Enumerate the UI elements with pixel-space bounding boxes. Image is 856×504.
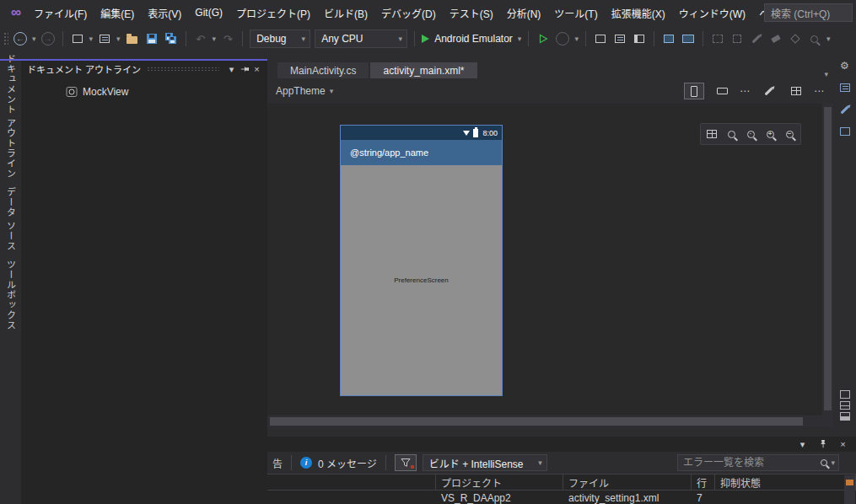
column-header-suppression[interactable]: 抑制状態 [715, 475, 856, 490]
side-tab-data-sources[interactable]: データ ソース [4, 187, 18, 251]
preview-panel-button[interactable] [836, 79, 854, 96]
zoom-fit-page-button[interactable] [703, 126, 720, 142]
menu-item-window[interactable]: ウィンドウ(W) [672, 0, 752, 25]
menu-item-analyze[interactable]: 分析(N) [500, 0, 548, 25]
design-view-icon[interactable] [840, 390, 850, 399]
open-file-button[interactable] [125, 29, 140, 49]
bottom-panel-menu-caret-icon[interactable]: ▾ [796, 438, 809, 451]
menu-item-test[interactable]: テスト(S) [443, 0, 500, 25]
panel-drag-texture[interactable] [147, 67, 219, 72]
filter-button[interactable] [395, 454, 417, 471]
undo-button[interactable]: ↶ [193, 29, 208, 49]
navigate-back-caret-icon[interactable]: ▾ [32, 35, 36, 43]
column-header-project[interactable]: プロジェクト [436, 475, 563, 490]
undo-caret-icon[interactable]: ▾ [213, 35, 217, 43]
debug-config-select[interactable]: Debug ▾ [250, 29, 310, 48]
save-button[interactable] [144, 29, 159, 49]
zoom-in-button[interactable]: + [762, 126, 778, 142]
warnings-button-clipped-label[interactable]: 告 [272, 456, 283, 470]
messages-button[interactable]: 0 メッセージ [318, 456, 377, 470]
visual-studio-logo-icon[interactable]: ∞ [5, 0, 27, 25]
panel-close-icon[interactable]: × [250, 63, 263, 76]
add-item-caret-icon[interactable]: ▾ [116, 35, 121, 43]
toolbar-drag-handle[interactable] [3, 32, 8, 46]
split-window-button[interactable] [632, 29, 647, 49]
device-overflow-icon[interactable]: ⋯ [740, 85, 751, 97]
device-portrait-button[interactable] [684, 83, 704, 99]
source-filter-select[interactable]: ビルド + IntelliSense ▾ [423, 454, 547, 471]
start-without-debugging-button[interactable] [536, 29, 551, 49]
zoom-tool-button[interactable] [807, 29, 822, 49]
device-preview-alt-button[interactable] [681, 29, 696, 49]
zoom-out-button[interactable]: − [781, 126, 798, 142]
menu-item-debug[interactable]: デバッグ(D) [374, 0, 443, 25]
design-surface[interactable]: 8:00 @string/app_name PreferenceScreen ·… [267, 104, 833, 416]
device-preview-button[interactable] [661, 29, 676, 49]
column-header-line[interactable]: 行 [692, 475, 715, 490]
panel-menu-caret-icon[interactable]: ▾ [225, 63, 238, 76]
vertical-scroll-thumb[interactable] [824, 107, 832, 410]
eraser-tool-button[interactable] [768, 29, 783, 49]
side-tab-toolbox[interactable]: ツールボックス [4, 260, 18, 330]
designer-overflow-icon[interactable]: ⋯ [814, 85, 825, 97]
column-header-clipped[interactable] [267, 475, 436, 490]
zoom-to-fit-button[interactable] [723, 126, 740, 142]
menu-item-view[interactable]: 表示(V) [141, 0, 188, 25]
edit-theme-button[interactable] [836, 101, 854, 118]
preference-screen-label[interactable]: PreferenceScreen [394, 276, 448, 284]
theme-selector[interactable]: AppTheme ▾ [276, 85, 333, 97]
side-tab-document-outline[interactable]: ドキュメント アウトライン [4, 54, 18, 179]
menu-item-extensions[interactable]: 拡張機能(X) [605, 0, 672, 25]
menu-item-tools[interactable]: ツール(T) [547, 0, 604, 25]
profiler-caret-icon[interactable]: ▾ [574, 35, 579, 43]
tab-list-caret-icon[interactable]: ▾ [824, 71, 828, 78]
error-search-box[interactable]: ▾ [677, 454, 839, 471]
redo-button[interactable]: ↷ [220, 29, 235, 49]
menu-item-build[interactable]: ビルド(B) [317, 0, 374, 25]
zoom-original-button[interactable]: · [742, 126, 759, 142]
zoom-tool-caret-icon[interactable]: ▾ [826, 35, 831, 43]
source-view-icon[interactable] [840, 412, 850, 421]
search-caret-icon[interactable]: ▾ [831, 459, 835, 467]
column-header-file[interactable]: ファイル [563, 475, 692, 490]
designer-vertical-scrollbar[interactable] [822, 104, 833, 416]
phone-content-area[interactable]: PreferenceScreen [341, 165, 502, 395]
panel-pin-icon[interactable] [238, 63, 250, 76]
tab-activity-main-xml[interactable]: activity_main.xml* [370, 62, 476, 78]
menu-item-edit[interactable]: 編集(E) [94, 0, 141, 25]
error-search-input[interactable] [683, 457, 817, 469]
split-view-icon[interactable] [840, 401, 850, 410]
select-tool-button[interactable] [710, 29, 725, 49]
region-tool-button[interactable] [729, 29, 745, 49]
bottom-panel-close-icon[interactable]: × [837, 438, 849, 451]
edit-surface-button[interactable] [758, 83, 778, 99]
horizontal-scroll-thumb[interactable] [270, 417, 803, 426]
outline-tree-item-mockview[interactable]: MockView [66, 86, 267, 98]
pencil-tool-button[interactable] [749, 29, 764, 49]
find-in-files-button[interactable] [593, 29, 608, 49]
performance-profiler-button[interactable] [555, 29, 570, 49]
phone-preview[interactable]: 8:00 @string/app_name PreferenceScreen [340, 125, 503, 396]
grid-toggle-button[interactable] [786, 83, 806, 99]
platform-select[interactable]: Any CPU ▾ [315, 29, 407, 48]
save-all-button[interactable] [164, 29, 179, 49]
menu-item-git[interactable]: Git(G) [188, 0, 229, 25]
fill-tool-button[interactable] [788, 29, 803, 49]
designer-options-gear-icon[interactable]: ⚙ [836, 57, 854, 74]
device-landscape-button[interactable] [712, 83, 732, 99]
new-project-button[interactable] [70, 29, 85, 49]
quick-search-box[interactable]: 検索 (Ctrl+Q) [764, 3, 853, 22]
menu-item-file[interactable]: ファイル(F) [27, 0, 94, 25]
designer-horizontal-scrollbar[interactable] [267, 416, 833, 427]
navigate-forward-button[interactable]: → [40, 29, 56, 49]
error-list-scrollbar[interactable] [844, 475, 855, 504]
add-item-button[interactable] [97, 29, 112, 49]
new-project-caret-icon[interactable]: ▾ [89, 35, 94, 43]
error-table-row[interactable]: VS_R_DAApp2 activity_setting1.xml 7 [267, 491, 856, 504]
bottom-panel-pin-icon[interactable] [816, 438, 829, 451]
popout-window-button[interactable] [836, 123, 854, 140]
menu-item-project[interactable]: プロジェクト(P) [229, 0, 317, 25]
solution-explorer-sync-button[interactable] [612, 29, 627, 49]
navigate-back-button[interactable]: ← [13, 29, 28, 49]
run-button[interactable]: Android Emulator ▾ [422, 29, 521, 49]
